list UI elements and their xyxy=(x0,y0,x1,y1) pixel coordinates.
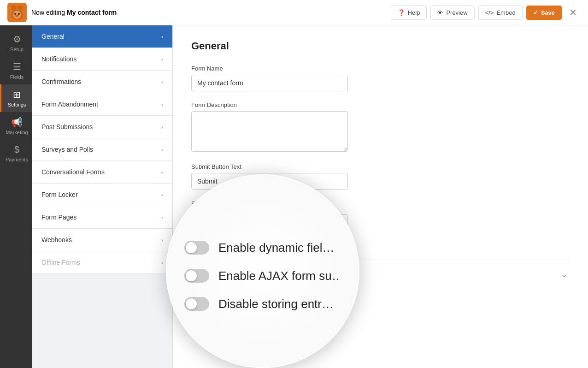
ajax-submit-item: Enable AJAX form su… xyxy=(184,269,341,283)
editing-label: Now editing My contact form xyxy=(31,9,117,16)
sidebar-item-marketing[interactable]: 📢 Marketing xyxy=(0,112,32,140)
chevron-right-icon: › xyxy=(161,237,163,243)
nav-item-notifications[interactable]: Notifications › xyxy=(32,48,172,71)
svg-point-5 xyxy=(14,13,16,15)
embed-button[interactable]: </> Embed xyxy=(478,6,523,20)
nav-item-surveys-polls[interactable]: Surveys and Polls › xyxy=(32,138,172,161)
nav-item-post-submissions[interactable]: Post Submissions › xyxy=(32,116,172,138)
disable-storing-item: Disable storing entr… xyxy=(184,297,341,311)
nav-item-conversational-forms[interactable]: Conversational Forms › xyxy=(32,161,172,184)
nav-item-form-pages[interactable]: Form Pages › xyxy=(32,206,172,229)
fields-icon: ☰ xyxy=(13,61,21,72)
form-name-group: Form Name xyxy=(191,65,570,91)
form-name-label: My contact form xyxy=(67,9,117,16)
magnifier-overlay: Enable dynamic fiel… Enable AJAX form su… xyxy=(166,174,359,368)
dynamic-fields-toggle[interactable] xyxy=(184,241,209,255)
nav-item-form-locker[interactable]: Form Locker › xyxy=(32,184,172,206)
settings-icon: ⊞ xyxy=(13,89,21,100)
sidebar-item-label: Setup xyxy=(10,47,24,52)
sidebar-item-label: Payments xyxy=(6,157,28,162)
payments-icon: $ xyxy=(14,144,19,155)
topbar-right: ❓ Help 👁 Preview </> Embed ✓ Save ✕ xyxy=(391,5,581,20)
chevron-right-icon: › xyxy=(161,33,163,40)
save-button[interactable]: ✓ Save xyxy=(526,6,562,20)
svg-point-7 xyxy=(15,15,19,17)
ajax-submit-label: Enable AJAX form su… xyxy=(218,269,341,283)
chevron-right-icon: › xyxy=(161,124,163,131)
setup-icon: ⚙ xyxy=(13,34,21,45)
preview-button[interactable]: 👁 Preview xyxy=(430,6,474,20)
marketing-icon: 📢 xyxy=(11,117,23,128)
sidebar-item-setup[interactable]: ⚙ Setup xyxy=(0,29,32,57)
ajax-submit-toggle[interactable] xyxy=(184,269,209,283)
chevron-right-icon: › xyxy=(161,259,163,266)
form-description-group: Form Description xyxy=(191,101,570,153)
nav-item-confirmations[interactable]: Confirmations › xyxy=(32,71,172,93)
help-button[interactable]: ❓ Help xyxy=(391,6,427,20)
dynamic-fields-label: Enable dynamic fiel… xyxy=(218,241,334,255)
chevron-right-icon: › xyxy=(161,191,163,198)
chevron-right-icon: › xyxy=(161,78,163,85)
embed-icon: </> xyxy=(485,9,494,16)
sidebar-item-label: Fields xyxy=(10,74,24,80)
disable-storing-label: Disable storing entr… xyxy=(218,297,334,311)
app-logo xyxy=(7,3,27,22)
sidebar-item-payments[interactable]: $ Payments xyxy=(0,140,32,167)
nav-item-general[interactable]: General › xyxy=(32,25,172,48)
sidebar-item-label: Marketing xyxy=(6,130,28,135)
form-description-label: Form Description xyxy=(191,101,570,108)
disable-storing-toggle[interactable] xyxy=(184,297,209,311)
sidebar-item-label: Settings xyxy=(8,102,26,107)
save-icon: ✓ xyxy=(533,9,538,16)
nav-item-offline-forms[interactable]: Offline Forms › xyxy=(32,251,172,274)
chevron-right-icon: › xyxy=(161,169,163,176)
topbar: Now editing My contact form ❓ Help 👁 Pre… xyxy=(0,0,588,25)
secondary-sidebar: General › Notifications › Confirmations … xyxy=(32,25,173,368)
sidebar-item-fields[interactable]: ☰ Fields xyxy=(0,57,32,84)
page-title: General xyxy=(191,40,570,52)
form-description-textarea[interactable] xyxy=(191,111,348,152)
dynamic-fields-item: Enable dynamic fiel… xyxy=(184,241,341,255)
icon-sidebar: ⚙ Setup ☰ Fields ⊞ Settings 📢 Marketing … xyxy=(0,25,32,368)
svg-point-2 xyxy=(18,5,23,11)
chevron-right-icon: › xyxy=(161,146,163,153)
chevron-right-icon: › xyxy=(161,101,163,108)
topbar-left: Now editing My contact form xyxy=(7,3,117,22)
chevron-right-icon: › xyxy=(161,56,163,63)
chevron-right-icon: › xyxy=(161,214,163,221)
svg-point-1 xyxy=(11,5,17,11)
close-button[interactable]: ✕ xyxy=(565,5,581,20)
form-name-label: Form Name xyxy=(191,65,570,72)
svg-point-6 xyxy=(18,13,20,15)
nav-item-webhooks[interactable]: Webhooks › xyxy=(32,229,172,251)
help-icon: ❓ xyxy=(398,9,405,16)
preview-icon: 👁 xyxy=(437,9,443,16)
form-name-input[interactable] xyxy=(191,75,348,91)
sidebar-item-settings[interactable]: ⊞ Settings xyxy=(0,84,32,112)
submit-btn-text-label: Submit Button Text xyxy=(191,163,570,170)
nav-item-form-abandonment[interactable]: Form Abandonment › xyxy=(32,93,172,116)
